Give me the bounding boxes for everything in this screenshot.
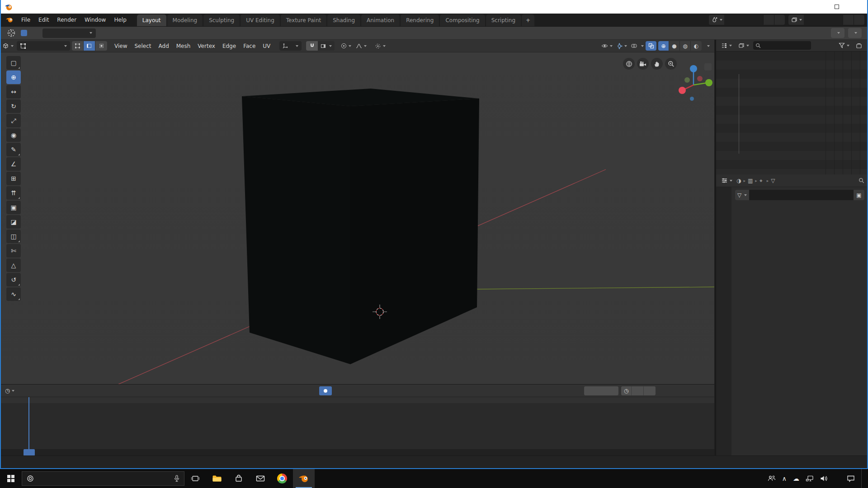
- xray-toggle[interactable]: [646, 41, 656, 51]
- blender-taskbar-button[interactable]: [293, 469, 315, 488]
- overlays-dropdown[interactable]: [629, 43, 646, 49]
- tool-cursor[interactable]: ⊕: [6, 70, 21, 84]
- timeline-track-area[interactable]: [0, 397, 714, 449]
- viewport-menu-vertex[interactable]: Vertex: [194, 43, 219, 49]
- tool-transform[interactable]: ◉: [6, 128, 21, 142]
- current-frame-field[interactable]: [584, 386, 618, 395]
- tab-modeling[interactable]: Modeling: [167, 14, 203, 26]
- ortho-grid-button[interactable]: [623, 58, 635, 70]
- menu-help[interactable]: Help: [110, 14, 130, 25]
- task-view-button[interactable]: [184, 469, 206, 488]
- new-view-layer-button[interactable]: [843, 15, 854, 25]
- view-layer-icon[interactable]: [788, 15, 804, 25]
- mesh-options-dropdown[interactable]: [831, 28, 844, 38]
- outliner-editor-type-button[interactable]: [719, 41, 734, 51]
- tool-inset-faces[interactable]: ▣: [6, 201, 21, 214]
- tool-add-cube[interactable]: ⊞: [6, 172, 21, 185]
- object-type-visibility-dropdown[interactable]: [599, 43, 614, 49]
- shading-rendered-button[interactable]: ◐: [691, 41, 702, 51]
- proportional-falloff-dropdown[interactable]: [354, 43, 368, 49]
- search-input[interactable]: [38, 475, 170, 482]
- hidden-icons-chevron[interactable]: ∧: [782, 475, 787, 482]
- tool-spin[interactable]: ↺: [6, 273, 21, 286]
- shading-material-preview-button[interactable]: ◍: [680, 41, 691, 51]
- editor-type-button[interactable]: [0, 41, 16, 51]
- mesh-data-dropdown[interactable]: ▽: [735, 190, 749, 200]
- tool-box-select[interactable]: ▢: [6, 56, 21, 70]
- tool-extrude-region[interactable]: ⇈: [6, 186, 21, 200]
- normals-dropdown[interactable]: [848, 28, 862, 38]
- tool-annotate[interactable]: ✎: [6, 143, 21, 156]
- onedrive-cloud-icon[interactable]: ☁: [793, 475, 799, 482]
- shading-wireframe-button[interactable]: ⊕: [658, 41, 669, 51]
- volume-icon[interactable]: [820, 475, 828, 482]
- data-name-field[interactable]: [749, 190, 854, 200]
- add-workspace-button[interactable]: +: [522, 14, 534, 26]
- viewport-menu-edge[interactable]: Edge: [219, 43, 240, 49]
- gizmos-toggle[interactable]: [614, 43, 629, 49]
- view-layer-breadcrumb-icon[interactable]: ▥: [748, 178, 753, 184]
- start-button[interactable]: [0, 469, 22, 488]
- scene-selector[interactable]: [709, 15, 785, 25]
- tool-poly-build[interactable]: △: [6, 258, 21, 272]
- sidebar-expand-button[interactable]: [704, 63, 712, 70]
- search-icon[interactable]: [859, 178, 864, 183]
- tool-knife[interactable]: ✄: [6, 244, 21, 258]
- tab-scripting[interactable]: Scripting: [486, 14, 521, 26]
- tab-uv-editing[interactable]: UV Editing: [241, 14, 280, 26]
- timeline-editor[interactable]: ◷ ◷: [0, 384, 714, 455]
- maximize-button[interactable]: [826, 0, 847, 14]
- playhead[interactable]: [28, 397, 29, 449]
- tool-measure[interactable]: ∠: [6, 157, 21, 171]
- remove-view-layer-button[interactable]: [854, 15, 864, 25]
- data-breadcrumb[interactable]: ▽: [771, 178, 777, 184]
- timeline-editor-type-button[interactable]: ◷: [3, 386, 17, 396]
- people-icon[interactable]: [768, 475, 776, 482]
- pivot-point-dropdown[interactable]: [373, 43, 387, 49]
- close-button[interactable]: [847, 0, 868, 14]
- shading-dropdown[interactable]: [703, 45, 712, 47]
- camera-view-button[interactable]: [637, 58, 649, 70]
- new-scene-button[interactable]: [763, 15, 774, 25]
- snap-toggle[interactable]: [306, 41, 318, 51]
- outliner[interactable]: [716, 52, 867, 174]
- orientation-dropdown[interactable]: [42, 28, 96, 38]
- edge-select-button[interactable]: [84, 41, 95, 51]
- menu-file[interactable]: File: [17, 14, 34, 25]
- tool-scale[interactable]: ⤢: [6, 114, 21, 127]
- file-explorer-button[interactable]: [206, 469, 228, 488]
- pan-hand-button[interactable]: [651, 58, 663, 70]
- network-icon[interactable]: [806, 475, 814, 482]
- show-desktop-button[interactable]: [861, 469, 863, 488]
- object-breadcrumb[interactable]: ⌖: [760, 178, 764, 184]
- taskbar-search[interactable]: [22, 471, 184, 486]
- scene-icon[interactable]: [709, 15, 724, 25]
- outliner-display-mode-button[interactable]: [736, 41, 751, 51]
- viewport-menu-select[interactable]: Select: [131, 43, 155, 49]
- auto-keyframe-toggle[interactable]: [319, 386, 332, 395]
- properties-editor-type-button[interactable]: [719, 176, 735, 186]
- tab-sculpting[interactable]: Sculpting: [203, 14, 240, 26]
- viewport-canvas[interactable]: ▢⊕↔↻⤢◉✎∠⊞⇈▣◪◫✄△↺∿: [0, 52, 714, 384]
- filter-button[interactable]: [836, 41, 852, 51]
- scene-breadcrumb-icon[interactable]: ◑: [736, 178, 741, 184]
- mode-dropdown[interactable]: [17, 41, 70, 51]
- tab-layout[interactable]: Layout: [137, 14, 166, 26]
- viewport-menu-add[interactable]: Add: [155, 43, 173, 49]
- viewport-menu-mesh[interactable]: Mesh: [173, 43, 194, 49]
- remove-scene-button[interactable]: [774, 15, 785, 25]
- viewport-menu-view[interactable]: View: [111, 43, 131, 49]
- menu-edit[interactable]: Edit: [34, 14, 53, 25]
- action-center-icon[interactable]: [847, 475, 855, 482]
- surface-project-checkbox[interactable]: [21, 30, 27, 36]
- tab-rendering[interactable]: Rendering: [401, 14, 439, 26]
- proportional-editing-toggle[interactable]: [339, 43, 353, 49]
- tab-shading[interactable]: Shading: [327, 14, 360, 26]
- new-collection-button[interactable]: [854, 41, 864, 51]
- mail-button[interactable]: [250, 469, 271, 488]
- menu-window[interactable]: Window: [80, 14, 110, 25]
- tab-compositing[interactable]: Compositing: [440, 14, 485, 26]
- tool-loop-cut[interactable]: ◫: [6, 230, 21, 243]
- face-select-button[interactable]: [95, 41, 107, 51]
- blender-logo-icon[interactable]: [5, 17, 14, 23]
